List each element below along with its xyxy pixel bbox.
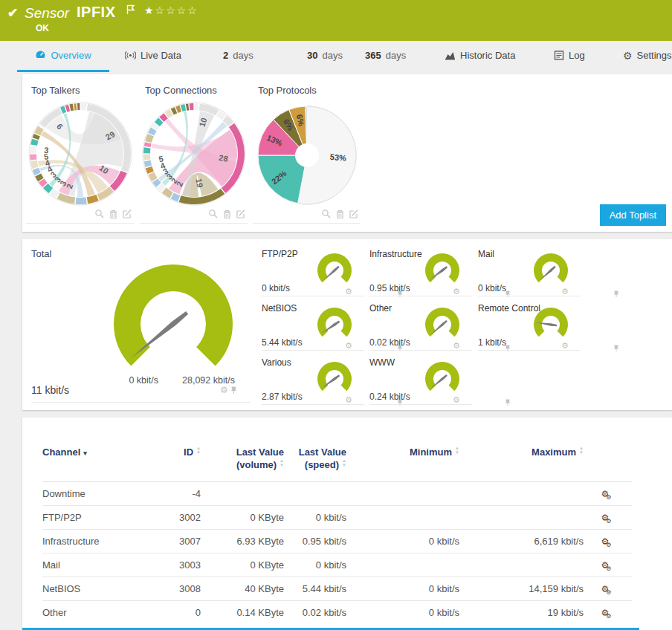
gear-icon[interactable]: ⚙ — [220, 386, 228, 394]
cell-minimum: 0 kbit/s — [346, 577, 459, 601]
tab-historic-data[interactable]: Historic Data — [445, 41, 515, 70]
star-icon[interactable]: ★ — [144, 4, 155, 16]
total-gauge-value: 11 kbit/s — [31, 384, 69, 396]
edit-icon[interactable] — [236, 209, 246, 219]
delete-icon[interactable] — [335, 209, 345, 219]
cell-last-value-speed: 0 kbit/s — [284, 553, 346, 577]
gauge-arc — [317, 362, 352, 391]
top-talkers-chord-chart[interactable]: 2910623334453 — [28, 99, 132, 209]
star-icon[interactable]: ☆ — [166, 4, 177, 16]
total-gauge-max: 28,092 kbit/s — [182, 375, 235, 386]
tab-log[interactable]: Log — [554, 41, 585, 70]
column-header-last-value[interactable]: Last Value(speed)▲▼ — [284, 418, 346, 482]
tab-settings[interactable]: ⚙Settings — [623, 41, 672, 70]
cell-channel[interactable]: Downtime — [42, 482, 165, 506]
delete-icon[interactable] — [109, 209, 118, 219]
tab-30-days[interactable]: 30days — [307, 41, 343, 70]
star-icon[interactable]: ☆ — [177, 4, 188, 16]
cell-channel[interactable]: Mail — [42, 553, 165, 577]
tab-live-data[interactable]: Live Data — [125, 41, 181, 70]
cell-maximum: 19 kbit/s — [459, 601, 584, 625]
gauge-value: 0 kbit/s — [262, 283, 290, 293]
gauge-arc — [534, 308, 568, 337]
table-row-infrastructure: Infrastructure30076.93 KByte0.95 kbit/s0… — [42, 530, 632, 553]
chart-label: 28 — [218, 153, 228, 163]
gear-icon[interactable]: ⚙ — [561, 288, 569, 296]
sensor-header: ✔ Sensor IPFIX ★☆☆☆☆ OK — [0, 0, 672, 41]
flag-icon[interactable] — [126, 4, 135, 18]
gear-icon[interactable]: ⚙ — [561, 342, 569, 350]
cell-last-value-speed: 0.95 kbit/s — [284, 530, 346, 553]
channel-settings-icon[interactable]: ⚙⚙ — [601, 489, 615, 499]
gauge-arc — [425, 253, 459, 282]
channel-table-panel: Channel▾ID▲▼Last Value(volume)▲▼Last Val… — [22, 418, 672, 630]
gear-icon[interactable]: ⚙ — [345, 288, 352, 296]
cell-id: 3008 — [165, 577, 201, 601]
divider — [31, 402, 251, 403]
tab-365-days[interactable]: 365days — [365, 41, 406, 70]
gear-icon[interactable]: ⚙ — [345, 396, 352, 404]
channel-settings-icon[interactable]: ⚙⚙ — [601, 536, 615, 546]
chord-segment — [77, 103, 80, 110]
cell-minimum: 0 kbit/s — [346, 530, 459, 553]
zoom-icon[interactable] — [94, 209, 105, 219]
gauge-value: 1 kbit/s — [478, 337, 506, 348]
edit-icon[interactable] — [122, 209, 132, 219]
cell-maximum: 6,619 kbit/s — [459, 530, 584, 553]
gauge-arc — [114, 264, 233, 366]
channel-settings-icon[interactable]: ⚙⚙ — [601, 560, 615, 570]
cell-last-value-speed: 0.02 kbit/s — [284, 601, 346, 625]
cell-maximum — [459, 553, 584, 577]
channel-settings-icon[interactable]: ⚙⚙ — [601, 584, 615, 594]
cell-id: 3007 — [165, 530, 201, 553]
total-gauge-min: 0 kbit/s — [97, 375, 158, 386]
gear-icon[interactable]: ⚙ — [345, 342, 352, 350]
top-protocols-pie-chart[interactable]: 53%22%13%6%6% — [255, 99, 359, 209]
top-connections-chord-chart[interactable]: 281910223345 — [142, 99, 246, 209]
column-header-channel[interactable]: Channel▾ — [42, 418, 165, 482]
channel-gauge-www: WWW0.24 kbit/s⚙ — [369, 357, 474, 412]
column-header-minimum[interactable]: Minimum▲▼ — [346, 418, 459, 482]
channel-settings-icon[interactable]: ⚙⚙ — [601, 513, 615, 522]
zoom-icon[interactable] — [208, 209, 219, 219]
gauge-value: 2.87 kbit/s — [262, 392, 303, 402]
channel-gauge-other: Other0.02 kbit/s⚙ — [369, 303, 474, 357]
cell-channel[interactable]: FTP/P2P — [42, 506, 165, 530]
cell-channel[interactable]: NetBIOS — [42, 577, 165, 601]
column-header-id[interactable]: ID▲▼ — [165, 418, 201, 482]
gauge-value: 0.95 kbit/s — [369, 283, 410, 293]
gauge-arc — [317, 308, 352, 337]
cell-channel[interactable]: Infrastructure — [42, 530, 165, 553]
tab-2-days[interactable]: 2days — [223, 41, 253, 70]
delete-icon[interactable] — [222, 209, 232, 219]
gauge — [314, 252, 355, 289]
column-header-maximum[interactable]: Maximum▲▼ — [459, 418, 584, 482]
divider — [478, 350, 581, 351]
column-header-actions — [584, 418, 632, 482]
column-header-last-value[interactable]: Last Value(volume)▲▼ — [201, 418, 284, 482]
gear-icon[interactable]: ⚙ — [453, 342, 460, 350]
cell-channel[interactable]: Other — [42, 601, 165, 625]
chord-segment — [189, 103, 193, 110]
channel-settings-icon[interactable]: ⚙⚙ — [601, 608, 615, 617]
edit-icon[interactable] — [349, 209, 359, 219]
divider — [369, 350, 472, 351]
star-icon[interactable]: ☆ — [155, 4, 167, 16]
channel-gauge-remote-control: Remote Control1 kbit/s⚙ — [478, 303, 582, 357]
chord-segment — [143, 160, 151, 167]
pin-icon[interactable] — [230, 386, 237, 394]
gauge-label: NetBIOS — [262, 303, 297, 314]
star-icon[interactable]: ☆ — [187, 4, 198, 16]
gauge — [530, 252, 572, 289]
toplist-top-talkers: Top Talkers 2910623334453 — [26, 80, 134, 224]
tab-overview[interactable]: Overview — [17, 41, 109, 72]
table-row-mail: Mail30030 KByte0 kbit/s⚙⚙ — [42, 553, 632, 577]
gauge — [421, 360, 463, 397]
priority-stars[interactable]: ★☆☆☆☆ — [144, 4, 198, 16]
zoom-icon[interactable] — [321, 209, 332, 219]
gear-icon[interactable]: ⚙ — [453, 288, 460, 296]
gear-icon[interactable]: ⚙ — [453, 396, 460, 404]
add-toplist-button[interactable]: Add Toplist — [600, 204, 666, 226]
gauge-value: 5.44 kbit/s — [262, 337, 303, 348]
gauge-arc — [425, 362, 459, 391]
